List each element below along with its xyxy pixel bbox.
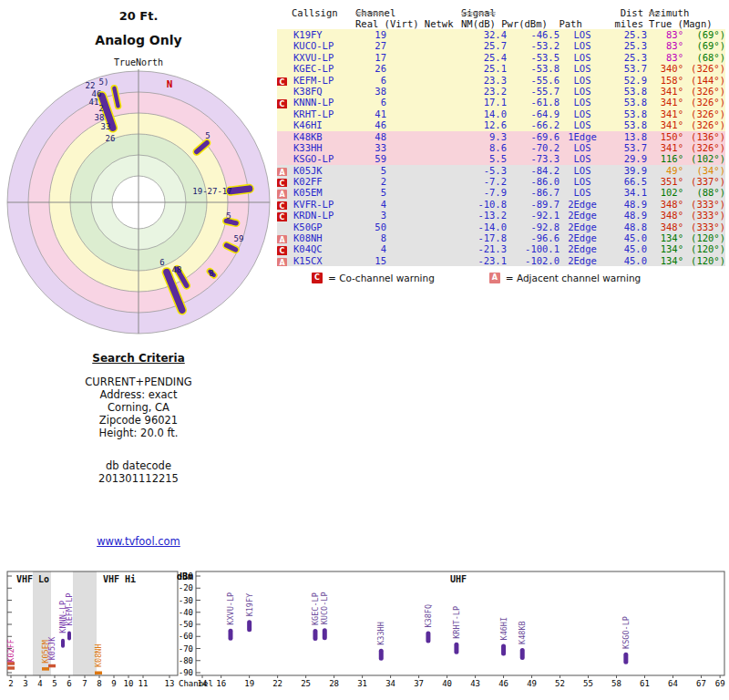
- header-dist-sub: miles: [605, 18, 643, 29]
- cell-path: 1Edge: [560, 131, 605, 142]
- cell-callsign[interactable]: KEFM-LP: [292, 75, 355, 86]
- cell-netwk: [421, 243, 457, 254]
- cell-callsign[interactable]: K33HH: [292, 142, 355, 153]
- band-label: UHF: [450, 574, 467, 584]
- cell-callsign[interactable]: K05JK: [292, 165, 355, 176]
- cell-callsign[interactable]: K02FF: [292, 176, 355, 187]
- cell-pwr: -53.2: [507, 40, 560, 51]
- cell-virt: [386, 86, 421, 97]
- warning-marker-cell: [277, 40, 292, 51]
- table-header-line2: Real (Virt) Netwk NM(dB) Pwr(dBm) Path m…: [277, 18, 725, 29]
- cell-callsign[interactable]: K48KB: [292, 131, 355, 142]
- warning-marker-cell: [277, 153, 292, 164]
- cell-real: 4: [355, 199, 386, 210]
- cell-netwk: [421, 255, 457, 266]
- radar-channel-label: 19-27-17: [192, 187, 231, 196]
- cell-pwr: -69.6: [507, 131, 560, 142]
- cell-dist: 53.7: [605, 63, 647, 74]
- cell-netwk: [421, 153, 457, 164]
- band-label: VHF Hi: [103, 574, 136, 584]
- spectrum-bar: [48, 664, 56, 668]
- cell-callsign[interactable]: KNNN-LP: [292, 97, 355, 108]
- cell-virt: [386, 131, 421, 142]
- spectrum-bar-label: K46HI: [499, 617, 508, 641]
- cell-dist: 29.9: [605, 153, 647, 164]
- cell-dist: 25.3: [605, 52, 647, 63]
- cell-dist: 34.1: [605, 187, 647, 198]
- spectrum-bar-label: KEFM-LP: [65, 593, 74, 626]
- cell-dist: 45.0: [605, 243, 647, 254]
- cell-virt: [386, 187, 421, 198]
- cell-virt: [386, 63, 421, 74]
- cell-callsign[interactable]: KRHT-LP: [292, 108, 355, 119]
- table-row: CKVFR-LP4-10.8-89.72Edge48.9348°(333°): [277, 199, 725, 210]
- warning-marker-cell: A: [277, 165, 292, 176]
- cell-real: 19: [355, 29, 386, 40]
- cell-pwr: -73.3: [507, 153, 560, 164]
- cell-callsign[interactable]: KUCO-LP: [292, 40, 355, 51]
- channel-tick-label: 8: [97, 679, 101, 688]
- cell-dist: 25.3: [605, 40, 647, 51]
- cell-nm: 17.1: [457, 97, 507, 108]
- header-signal-sub: NM(dB) Pwr(dBm) Path: [461, 18, 582, 29]
- cell-virt: [386, 119, 421, 130]
- cell-nm: 14.0: [457, 108, 507, 119]
- channel-tick-label: 11: [139, 679, 149, 688]
- cell-callsign[interactable]: KVFR-LP: [292, 199, 355, 210]
- warning-marker-cell: [277, 29, 292, 40]
- table-row: CKEFM-LP623.3-55.6LOS52.9158°(144°): [277, 75, 725, 86]
- cell-path: LOS: [560, 52, 605, 63]
- cell-real: 33: [355, 142, 386, 153]
- cell-callsign[interactable]: K46HI: [292, 119, 355, 130]
- tvfool-link[interactable]: www.tvfool.com: [35, 535, 242, 548]
- ytick-label: -30: [179, 596, 193, 605]
- cell-path: LOS: [560, 119, 605, 130]
- cell-callsign[interactable]: K50GP: [292, 221, 355, 232]
- cell-netwk: [421, 210, 457, 221]
- cell-netwk: [421, 108, 457, 119]
- cell-callsign[interactable]: K08NH: [292, 232, 355, 243]
- radar-channel-label: 38: [95, 113, 105, 122]
- cell-nm: -13.2: [457, 210, 507, 221]
- cell-callsign[interactable]: K05EM: [292, 187, 355, 198]
- cell-callsign[interactable]: K19FY: [292, 29, 355, 40]
- cell-path: 2Edge: [560, 255, 605, 266]
- spectrum-bar-label: KXVU-LP: [226, 592, 235, 625]
- cell-pwr: -53.8: [507, 63, 560, 74]
- spectrum-bar: [426, 632, 430, 643]
- cell-netwk: [421, 221, 457, 232]
- cell-true: 341°: [647, 86, 683, 97]
- table-header-line1: Callsign =====Channel===== ======Signal=…: [277, 7, 725, 18]
- cell-nm: -21.3: [457, 243, 507, 254]
- cell-pwr: -89.7: [507, 199, 560, 210]
- cell-magn: (88°): [683, 187, 725, 198]
- warning-marker-cell: [277, 52, 292, 63]
- cell-callsign[interactable]: KRDN-LP: [292, 210, 355, 221]
- cell-pwr: -46.5: [507, 29, 560, 40]
- channel-tick-label: 69: [715, 679, 725, 688]
- spectrum-bar-label: KUCO-LP: [320, 592, 329, 624]
- cell-nm: 25.7: [457, 40, 507, 51]
- search-criteria: Search Criteria CURRENT+PENDINGAddress: …: [35, 352, 242, 485]
- cell-callsign[interactable]: KSGO-LP: [292, 153, 355, 164]
- cell-nm: 32.4: [457, 29, 507, 40]
- channel-tick-label: 55: [583, 679, 593, 688]
- cell-nm: -14.0: [457, 221, 507, 232]
- spectrum-bar: [95, 672, 102, 675]
- search-criteria-title: Search Criteria: [35, 352, 242, 365]
- table-row: AK08NH8-17.8-96.62Edge45.0134°(120°): [277, 232, 725, 243]
- cell-path: LOS: [560, 40, 605, 51]
- ytick-label: -80: [179, 656, 193, 665]
- cell-path: LOS: [560, 75, 605, 86]
- cell-netwk: [421, 165, 457, 176]
- cell-dist: 13.8: [605, 131, 647, 142]
- cell-callsign[interactable]: K04QC: [292, 243, 355, 254]
- cell-callsign[interactable]: KGEC-LP: [292, 63, 355, 74]
- cell-true: 83°: [647, 29, 683, 40]
- cell-real: 6: [355, 97, 386, 108]
- cell-callsign[interactable]: K15CX: [292, 255, 355, 266]
- cell-virt: [386, 221, 421, 232]
- cell-callsign[interactable]: K38FQ: [292, 86, 355, 97]
- cell-true: 83°: [647, 52, 683, 63]
- cell-callsign[interactable]: KXVU-LP: [292, 52, 355, 63]
